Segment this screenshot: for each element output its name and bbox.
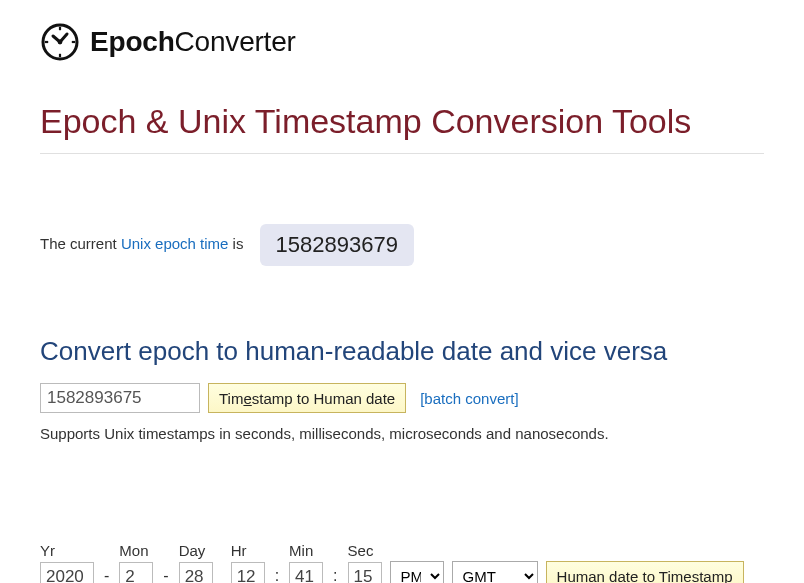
datetime-row: Yr - Mon - Day Hr : Min : Sec PM GMT Hum… [40,542,764,583]
input-year[interactable] [40,562,94,583]
label-hour: Hr [231,542,265,559]
svg-line-2 [60,34,67,42]
label-day: Day [179,542,213,559]
select-ampm[interactable]: PM [390,561,444,583]
sep-colon-1: : [273,567,281,583]
current-epoch-value: 1582893679 [260,224,414,266]
input-minute[interactable] [289,562,323,583]
input-day[interactable] [179,562,213,583]
sep-dash-1: - [102,567,111,583]
logo-light: Converter [175,26,296,57]
section-title-convert: Convert epoch to human-readable date and… [40,336,764,367]
sep-colon-2: : [331,567,339,583]
site-header: EpochConverter [40,16,764,72]
select-timezone[interactable]: GMT [452,561,538,583]
svg-line-3 [53,36,60,42]
logo[interactable]: EpochConverter [90,26,296,58]
timestamp-to-human-button[interactable]: Timestamp to Human date [208,383,406,413]
support-note: Supports Unix timestamps in seconds, mil… [40,425,764,442]
unix-epoch-link[interactable]: Unix epoch time [121,235,229,252]
current-prefix: The current [40,235,121,252]
sep-dash-2: - [161,567,170,583]
input-month[interactable] [119,562,153,583]
label-month: Mon [119,542,153,559]
label-second: Sec [348,542,382,559]
clock-icon [40,22,80,62]
label-minute: Min [289,542,323,559]
page-title: Epoch & Unix Timestamp Conversion Tools [40,102,764,154]
input-second[interactable] [348,562,382,583]
label-year: Yr [40,542,94,559]
input-hour[interactable] [231,562,265,583]
human-to-timestamp-button[interactable]: Human date to Timestamp [546,561,744,583]
timestamp-input[interactable] [40,383,200,413]
current-suffix: is [228,235,243,252]
timestamp-convert-row: Timestamp to Human date [batch convert] [40,383,764,413]
current-epoch-line: The current Unix epoch time is 158289367… [40,224,764,266]
batch-convert-link[interactable]: [batch convert] [420,390,518,407]
logo-bold: Epoch [90,26,175,57]
